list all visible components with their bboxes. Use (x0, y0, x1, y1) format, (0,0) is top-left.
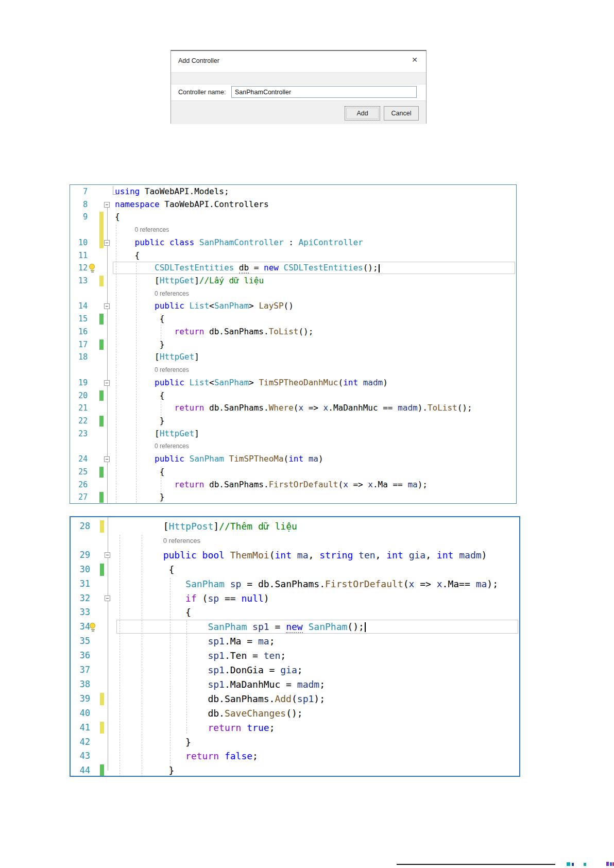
code-text[interactable]: sp1.MaDanhMuc = madm; (118, 677, 325, 692)
dialog-header-band (171, 72, 426, 84)
code-text[interactable]: SanPham sp = db.SanPhams.FirstOrDefault(… (118, 577, 498, 591)
line-number: 37 (72, 663, 90, 677)
code-text[interactable]: } (118, 763, 174, 777)
add-button[interactable]: Add (345, 106, 380, 121)
code-editor-panel-bottom: 28 [HttpPost]//Thêm dữ liệu0 references2… (70, 516, 520, 777)
code-line-row: 10 public class SanPhamController : ApiC… (70, 236, 516, 249)
code-line-row: 11 { (70, 249, 516, 262)
code-text[interactable]: { (115, 313, 164, 326)
code-text[interactable]: if (sp == null) (118, 591, 269, 606)
edge-speck (606, 862, 609, 866)
code-text[interactable]: } (115, 415, 164, 428)
line-number: 34 (72, 620, 90, 634)
controller-name-input[interactable] (231, 86, 417, 98)
code-text[interactable]: } (115, 491, 164, 504)
collapse-toggle[interactable] (104, 456, 110, 462)
change-bar (99, 314, 104, 325)
code-line-row: 16 return db.SanPhams.ToList(); (70, 326, 516, 338)
code-text[interactable]: return db.SanPhams.Where(x => x.MaDanhMu… (115, 402, 472, 415)
codelens-references[interactable]: 0 references (155, 364, 189, 377)
line-number: 40 (72, 706, 90, 721)
codelens-references[interactable]: 0 references (163, 534, 200, 548)
code-line-row: 12 CSDLTestEntities db = new CSDLTestEnt… (70, 262, 516, 275)
code-text[interactable]: sp1.DonGia = gia; (118, 663, 303, 677)
collapse-toggle[interactable] (104, 380, 110, 386)
code-text[interactable]: [HttpGet] (115, 351, 199, 364)
code-line-row: 37 sp1.DonGia = gia; (71, 663, 519, 677)
code-text[interactable]: { (118, 563, 174, 577)
close-icon[interactable]: ✕ (412, 56, 418, 64)
code-line-row: 32 if (sp == null) (71, 591, 519, 606)
line-number: 28 (72, 519, 90, 534)
text-caret (365, 622, 366, 632)
code-text[interactable]: [HttpPost]//Thêm dữ liệu (118, 519, 297, 534)
codelens-references[interactable]: 0 references (135, 224, 169, 236)
code-text[interactable]: public List<SanPham> TimSPTheoDanhMuc(in… (115, 377, 388, 389)
code-text[interactable]: using TaoWebAPI.Models; (115, 185, 229, 198)
code-text[interactable]: { (115, 389, 164, 402)
code-text[interactable]: } (115, 338, 164, 351)
line-number: 13 (71, 275, 88, 287)
code-text[interactable]: public List<SanPham> LaySP() (115, 300, 294, 313)
code-line-row: 38 sp1.MaDanhMuc = madm; (71, 677, 519, 692)
line-number: 26 (71, 479, 88, 491)
collapse-toggle[interactable] (105, 595, 110, 601)
code-text[interactable]: { (115, 466, 164, 479)
collapse-toggle[interactable] (104, 202, 110, 208)
line-number: 35 (72, 634, 90, 649)
code-line-row: 28 [HttpPost]//Thêm dữ liệu (71, 519, 519, 534)
text-caret (379, 264, 380, 273)
code-text[interactable]: SanPham sp1 = new SanPham(); (118, 620, 366, 634)
code-line-row: 34 SanPham sp1 = new SanPham(); (71, 620, 519, 634)
code-line-row: 8namespace TaoWebAPI.Controllers (70, 198, 516, 211)
code-text[interactable]: } (118, 735, 191, 750)
code-text[interactable]: [HttpGet] (115, 428, 199, 440)
code-text[interactable]: sp1.Ten = ten; (118, 649, 286, 663)
code-text[interactable]: public bool ThemMoi(int ma, string ten, … (118, 548, 487, 563)
code-text[interactable]: { (118, 605, 191, 620)
line-number: 36 (72, 649, 90, 663)
code-text[interactable]: public SanPham TimSPTheoMa(int ma) (115, 453, 323, 466)
code-text[interactable]: { (115, 249, 140, 262)
line-number: 23 (71, 428, 88, 440)
code-line-row: 43 return false; (71, 749, 519, 763)
lightbulb-icon[interactable] (89, 263, 96, 273)
code-line-row: 31 SanPham sp = db.SanPhams.FirstOrDefau… (71, 577, 519, 591)
line-number: 10 (71, 236, 88, 249)
lightbulb-icon[interactable] (89, 622, 96, 632)
code-text[interactable]: return false; (118, 749, 258, 763)
code-line-row: 24 public SanPham TimSPTheoMa(int ma) (70, 453, 516, 466)
code-text[interactable]: { (115, 211, 120, 224)
code-text[interactable]: namespace TaoWebAPI.Controllers (115, 198, 269, 211)
line-number: 8 (71, 198, 88, 211)
change-bar (100, 722, 104, 734)
collapse-toggle[interactable] (104, 303, 110, 309)
collapse-toggle[interactable] (104, 240, 110, 246)
code-line-row: 30 { (71, 563, 519, 577)
codelens-references[interactable]: 0 references (155, 287, 189, 300)
cancel-button[interactable]: Cancel (384, 106, 419, 121)
codelens-row: 0 references (70, 287, 516, 300)
collapse-toggle[interactable] (105, 552, 110, 558)
line-number: 16 (71, 326, 88, 338)
code-text[interactable]: db.SaveChanges(); (118, 706, 303, 721)
code-text[interactable]: db.SanPhams.Add(sp1); (118, 692, 325, 706)
line-number: 19 (71, 377, 88, 389)
code-text[interactable]: return db.SanPhams.FirstOrDefault(x => x… (115, 479, 428, 491)
code-line-row: 44 } (71, 763, 519, 777)
code-line-row: 17 } (70, 338, 516, 351)
code-line-row: 23 [HttpGet] (70, 428, 516, 440)
line-number: 32 (72, 591, 90, 606)
change-bar (100, 564, 104, 576)
code-text[interactable]: return db.SanPhams.ToList(); (115, 326, 313, 338)
code-line-row: 39 db.SanPhams.Add(sp1); (71, 692, 519, 706)
code-text[interactable]: CSDLTestEntities db = new CSDLTestEntiti… (115, 262, 380, 275)
codelens-references[interactable]: 0 references (155, 440, 189, 453)
code-text[interactable]: sp1.Ma = ma; (118, 634, 275, 649)
line-number: 7 (71, 185, 88, 198)
code-text[interactable]: [HttpGet]//Lấy dữ liệu (115, 275, 264, 287)
edge-speck (572, 863, 574, 866)
line-number: 30 (72, 563, 90, 577)
code-text[interactable]: return true; (118, 721, 275, 735)
code-text[interactable]: public class SanPhamController : ApiCont… (115, 236, 363, 249)
